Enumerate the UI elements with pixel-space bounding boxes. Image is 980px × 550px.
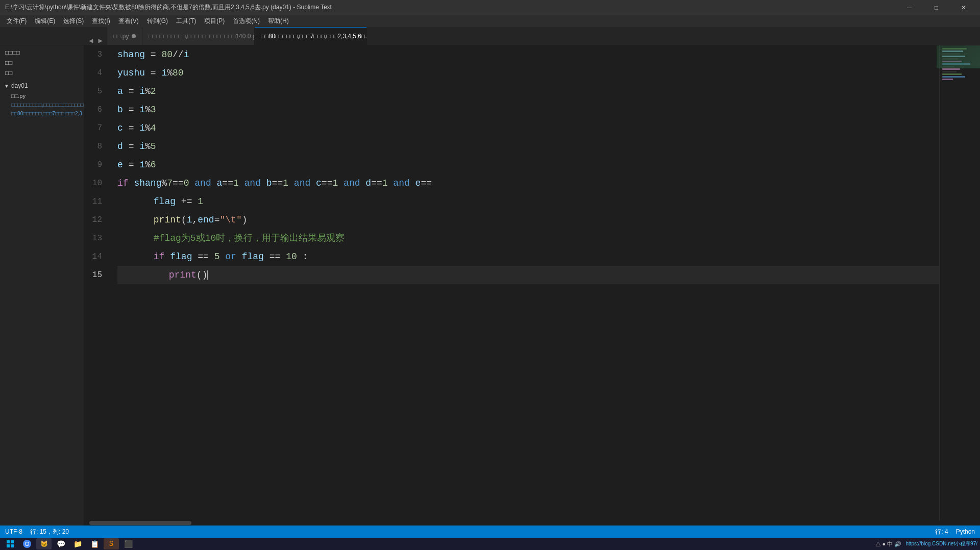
scrollbar-thumb[interactable]: [89, 521, 191, 525]
text-cursor: [207, 270, 208, 280]
code-line-6: b = i%3: [117, 101, 939, 119]
taskbar-chrome-icon[interactable]: [19, 538, 35, 549]
status-encoding[interactable]: UTF-8: [5, 528, 22, 535]
line-num-13: 13: [84, 229, 102, 247]
close-button[interactable]: ✕: [952, 2, 975, 13]
taskbar-terminal-icon[interactable]: ⬛: [120, 538, 136, 549]
svg-rect-3: [11, 544, 14, 547]
tab-bar: ◀ ▶ □□.py □□□□□□□□□□,□□□□□□□□□□□□□140.0.…: [0, 28, 980, 45]
code-line-4: yushu = i%80: [117, 64, 939, 82]
line-num-11: 11: [84, 192, 102, 211]
line-num-9: 9: [84, 156, 102, 174]
code-line-3: shang = 80//i: [117, 45, 939, 64]
editor-area[interactable]: 3 4 5 6 7 8 9 10 11 12 13 14 15 shang =: [84, 45, 980, 526]
line-num-5: 5: [84, 82, 102, 101]
menu-file[interactable]: 文件(F): [3, 15, 31, 27]
sidebar-file-3[interactable]: □□80□□□□□□,□□□7□□□,□□□2,3: [0, 109, 84, 118]
taskbar: 🐱 💬 📁 📋 S ⬛ △ ● 中 🔊 https://blog.CSDN.ne…: [0, 538, 980, 550]
svg-rect-0: [7, 540, 10, 543]
line-numbers: 3 4 5 6 7 8 9 10 11 12 13 14 15: [84, 45, 112, 526]
menu-find[interactable]: 查找(I): [88, 15, 114, 27]
svg-rect-2: [7, 544, 10, 547]
minimap[interactable]: [939, 45, 980, 526]
menu-tools[interactable]: 工具(T): [172, 15, 200, 27]
minimize-button[interactable]: ─: [898, 2, 921, 13]
status-left: UTF-8 行: 15，列: 20: [5, 528, 69, 536]
code-line-8: d = i%5: [117, 137, 939, 156]
status-language[interactable]: Python: [956, 528, 975, 535]
sidebar: □□□□ □□ □□ ▼ day01 □□.py □□□□□□□□□□,□□□□…: [0, 45, 84, 526]
code-line-14: if flag == 5 or flag == 10 :: [117, 247, 939, 266]
window-controls: ─ □ ✕: [898, 2, 975, 13]
taskbar-icon-3[interactable]: 🐱: [36, 538, 52, 549]
svg-point-6: [26, 542, 29, 545]
taskbar-wechat-icon[interactable]: 💬: [53, 538, 68, 549]
menu-bar: 文件(F) 编辑(E) 选择(S) 查找(I) 查看(V) 转到(G) 工具(T…: [0, 15, 980, 28]
tab-modified-dot: [132, 34, 136, 38]
code-line-10: if shang%7==0 and a==1 and b==1 and c==1…: [117, 174, 939, 192]
horizontal-scrollbar[interactable]: [84, 520, 980, 526]
tab-navigation: ◀ ▶: [84, 36, 107, 45]
code-line-9: e = i%6: [117, 156, 939, 174]
status-bar: UTF-8 行: 15，列: 20 行: 4 Python: [0, 526, 980, 538]
tab-prev-button[interactable]: ◀: [87, 36, 95, 45]
taskbar-left: 🐱 💬 📁 📋 S ⬛: [3, 538, 136, 549]
menu-goto[interactable]: 转到(G): [143, 15, 172, 27]
sidebar-item-1[interactable]: □□□□: [0, 47, 84, 58]
menu-view[interactable]: 查看(V): [114, 15, 143, 27]
code-content[interactable]: shang = 80//i yushu = i%80 a = i%2: [112, 45, 939, 526]
line-num-7: 7: [84, 119, 102, 137]
tab-file3[interactable]: □□80□□□□□□,□□□7□□□,□□□2,3,4,5,6□.py ✕: [255, 27, 367, 45]
sidebar-file-1[interactable]: □□.py: [0, 91, 84, 101]
menu-preferences[interactable]: 首选项(N): [229, 15, 264, 27]
minimap-thumbnail: [937, 45, 980, 68]
menu-project[interactable]: 项目(P): [200, 15, 229, 27]
line-num-14: 14: [84, 247, 102, 266]
sidebar-item-2[interactable]: □□: [0, 58, 84, 68]
code-line-12: print(i,end="\t"): [117, 211, 939, 229]
tab-next-button[interactable]: ▶: [96, 36, 104, 45]
status-line-col[interactable]: 行: 15，列: 20: [30, 528, 69, 536]
maximize-button[interactable]: □: [925, 2, 948, 13]
sidebar-top-section: □□□□ □□ □□: [0, 45, 84, 80]
menu-edit[interactable]: 编辑(E): [31, 15, 59, 27]
svg-rect-1: [11, 540, 14, 543]
line-num-8: 8: [84, 137, 102, 156]
menu-select[interactable]: 选择(S): [59, 15, 88, 27]
taskbar-folder-icon[interactable]: 📁: [70, 538, 85, 549]
window-title: E:\学习\云计算\python\课件\新建文件夹\某数被80除所得的商,不但是…: [5, 3, 332, 12]
line-num-15: 15: [84, 266, 102, 284]
taskbar-icon-5[interactable]: 📋: [87, 538, 102, 549]
code-container: 3 4 5 6 7 8 9 10 11 12 13 14 15 shang =: [84, 45, 980, 526]
code-line-7: c = i%4: [117, 119, 939, 137]
status-lines: 行: 4: [935, 528, 948, 536]
sidebar-item-3[interactable]: □□: [0, 68, 84, 78]
taskbar-tray: △ ● 中 🔊: [875, 540, 902, 548]
line-num-4: 4: [84, 64, 102, 82]
sidebar-folder-day01[interactable]: ▼ day01: [0, 80, 84, 91]
code-line-15: print(): [117, 266, 939, 284]
line-num-3: 3: [84, 45, 102, 64]
title-bar: E:\学习\云计算\python\课件\新建文件夹\某数被80除所得的商,不但是…: [0, 0, 980, 15]
code-line-13: #flag为5或10时，换行，用于输出结果易观察: [117, 229, 939, 247]
code-line-5: a = i%2: [117, 82, 939, 101]
sidebar-file-2[interactable]: □□□□□□□□□□,□□□□□□□□□□□□□: [0, 101, 84, 109]
code-line-11: flag += 1: [117, 192, 939, 211]
line-num-10: 10: [84, 174, 102, 192]
line-num-6: 6: [84, 101, 102, 119]
taskbar-right: △ ● 中 🔊 https://blog.CSDN.net小程序97/: [875, 540, 977, 548]
tab-file1[interactable]: □□.py: [107, 27, 143, 45]
taskbar-sublime-icon[interactable]: S: [104, 538, 119, 549]
folder-label: day01: [11, 82, 28, 89]
windows-icon: [6, 540, 14, 548]
tab-file2[interactable]: □□□□□□□□□□,□□□□□□□□□□□□□140.0.py ✕: [142, 27, 255, 45]
menu-help[interactable]: 帮助(H): [264, 15, 293, 27]
taskbar-url: https://blog.CSDN.net小程序97/: [905, 540, 977, 547]
line-num-12: 12: [84, 211, 102, 229]
status-right: 行: 4 Python: [935, 528, 975, 536]
folder-arrow-icon: ▼: [4, 83, 9, 89]
taskbar-start-icon[interactable]: [3, 538, 18, 549]
